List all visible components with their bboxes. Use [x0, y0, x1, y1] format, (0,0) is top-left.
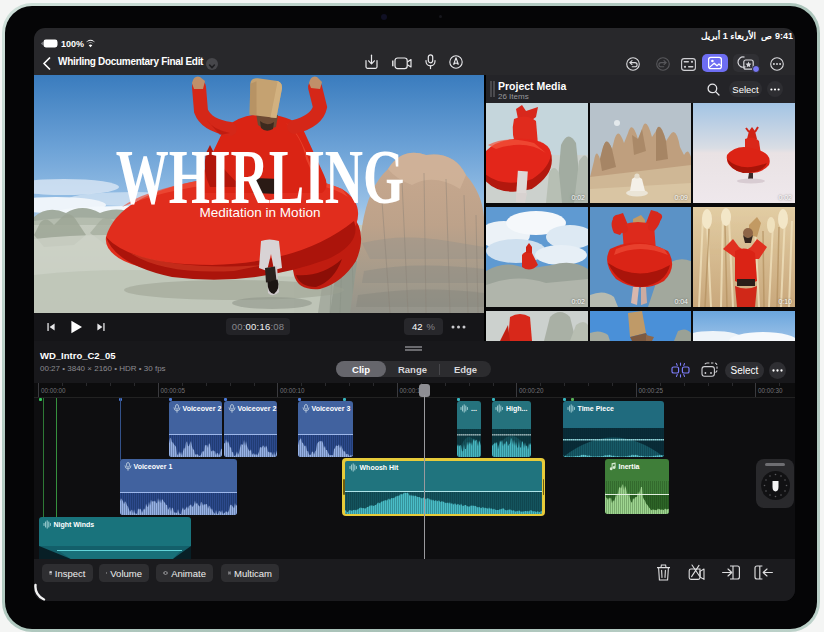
svg-text:Meditation in Motion: Meditation in Motion [200, 205, 321, 220]
svg-text:100%: 100% [61, 39, 84, 49]
